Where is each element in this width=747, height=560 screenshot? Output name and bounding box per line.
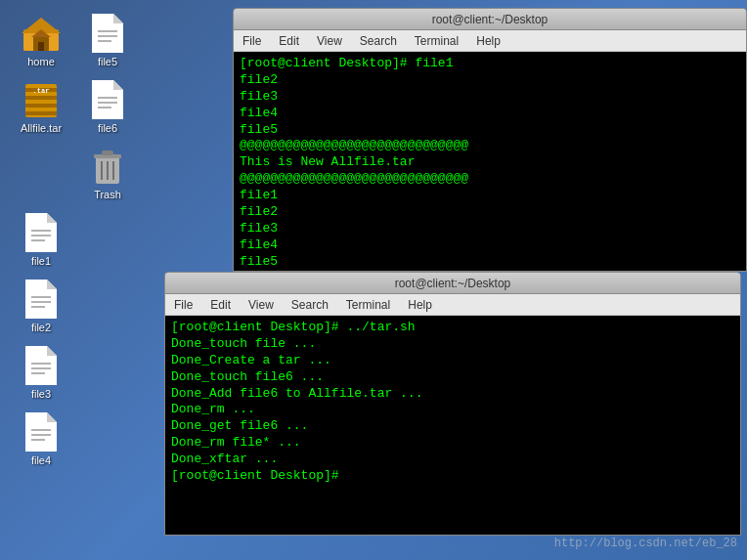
file2-file-icon	[22, 280, 61, 319]
terminal-line: file5	[240, 254, 740, 271]
icon-row-0: home file5	[8, 10, 149, 71]
svg-rect-13	[25, 96, 57, 100]
icon-file3-label: file3	[31, 388, 51, 400]
icon-row-2: Trash	[8, 143, 149, 204]
terminal-1-menu-edit[interactable]: Edit	[275, 32, 303, 50]
terminal-2-titlebar: root@client:~/Desktop	[165, 273, 740, 294]
terminal-line: file3	[240, 89, 740, 106]
terminal-2-menu-terminal[interactable]: Terminal	[342, 296, 394, 314]
svg-marker-18	[113, 80, 123, 90]
icon-file5-label: file5	[98, 56, 117, 67]
terminal-line: [root@client Desktop]# file1	[240, 56, 740, 72]
file6-file-icon	[88, 80, 127, 119]
icon-file5[interactable]: file5	[74, 10, 141, 71]
watermark: http://blog.csdn.net/eb_28	[554, 537, 737, 550]
terminal-1-menubar: File Edit View Search Terminal Help	[234, 30, 746, 52]
terminal-2-body[interactable]: [root@client Desktop]# ../tar.shDone_tou…	[165, 316, 740, 535]
icon-row-1: .tar Allfile.tar file6	[8, 76, 149, 138]
watermark-text: http://blog.csdn.net/eb_28	[554, 537, 737, 550]
terminal-line: Done_get file6 ...	[171, 418, 734, 435]
terminal-line: file1	[240, 188, 740, 204]
terminal-1-title: root@client:~/Desktop	[432, 13, 549, 26]
terminal-line: file2	[240, 204, 740, 221]
terminal-line: [root@client Desktop]# ../tar.sh	[171, 320, 734, 336]
icon-file6-label: file6	[98, 122, 117, 134]
terminal-window-2[interactable]: root@client:~/Desktop File Edit View Sea…	[164, 272, 741, 536]
terminal-1-titlebar: root@client:~/Desktop	[234, 9, 746, 30]
allfile-tar-icon: .tar	[22, 80, 61, 119]
icon-file6[interactable]: file6	[74, 76, 141, 138]
svg-rect-5	[38, 42, 44, 51]
icon-row-6: file4	[8, 409, 149, 470]
terminal-2-title: root@client:~/Desktop	[395, 277, 511, 290]
icon-file4-label: file4	[31, 454, 51, 466]
icon-row-4: file2	[8, 276, 149, 337]
icon-file1-label: file1	[31, 255, 51, 267]
terminal-line: file3	[240, 221, 740, 237]
terminal-1-menu-terminal[interactable]: Terminal	[411, 32, 462, 50]
terminal-line: file2	[240, 72, 740, 89]
icon-home[interactable]: home	[8, 10, 74, 71]
terminal-line: Done_touch file ...	[171, 336, 734, 353]
terminal-2-menu-search[interactable]: Search	[287, 296, 332, 314]
terminal-1-menu-help[interactable]: Help	[472, 32, 505, 50]
icon-file4[interactable]: file4	[8, 409, 74, 470]
terminal-line: Done_rm ...	[171, 402, 734, 418]
terminal-line: Done_Create a tar ...	[171, 353, 734, 369]
icon-file2[interactable]: file2	[8, 276, 74, 337]
icon-trash[interactable]: Trash	[74, 143, 141, 204]
terminal-2-menubar: File Edit View Search Terminal Help	[165, 294, 740, 316]
file3-file-icon	[22, 346, 61, 385]
icon-row-5: file3	[8, 342, 149, 404]
terminal-line: Done_rm file* ...	[171, 435, 734, 452]
icon-home-label: home	[27, 56, 55, 67]
terminal-line: Done_touch file6 ...	[171, 369, 734, 386]
home-folder-icon	[22, 14, 61, 53]
svg-marker-39	[47, 346, 57, 356]
terminal-1-menu-view[interactable]: View	[313, 32, 346, 50]
terminal-line: Done_xftar ...	[171, 452, 734, 468]
icon-file3[interactable]: file3	[8, 342, 74, 404]
terminal-1-menu-file[interactable]: File	[239, 32, 265, 50]
svg-marker-29	[47, 213, 57, 223]
svg-text:.tar: .tar	[33, 87, 50, 95]
file5-file-icon	[88, 14, 127, 53]
terminal-line: @@@@@@@@@@@@@@@@@@@@@@@@@@@@@@	[240, 171, 740, 188]
icon-allfile-tar[interactable]: .tar Allfile.tar	[8, 76, 74, 138]
icon-trash-label: Trash	[94, 189, 121, 200]
terminal-line: file4	[240, 237, 740, 254]
svg-marker-7	[113, 14, 123, 23]
svg-rect-14	[25, 104, 57, 108]
terminal-2-menu-edit[interactable]: Edit	[206, 296, 235, 314]
desktop: home file5	[0, 0, 747, 560]
terminal-line: @@@@@@@@@@@@@@@@@@@@@@@@@@@@@@	[240, 138, 740, 154]
terminal-2-menu-file[interactable]: File	[170, 296, 197, 314]
desktop-icons-area: home file5	[0, 0, 156, 560]
terminal-line: file5	[240, 122, 740, 139]
svg-rect-15	[25, 111, 57, 115]
terminal-2-menu-view[interactable]: View	[244, 296, 278, 314]
svg-marker-34	[47, 280, 57, 289]
terminal-line: [root@client Desktop]#	[171, 468, 734, 485]
icon-file1[interactable]: file1	[8, 209, 74, 271]
terminal-2-menu-help[interactable]: Help	[404, 296, 436, 314]
svg-marker-44	[47, 412, 57, 422]
svg-rect-24	[102, 151, 113, 155]
terminal-window-1[interactable]: root@client:~/Desktop File Edit View Sea…	[233, 8, 747, 272]
trash-icon	[88, 147, 127, 186]
terminal-line: file4	[240, 106, 740, 122]
file4-file-icon	[22, 412, 61, 452]
file1-file-icon	[22, 213, 61, 252]
terminal-1-body[interactable]: [root@client Desktop]# file1file2file3fi…	[234, 52, 746, 271]
icon-row-3: file1	[8, 209, 149, 271]
terminal-line: This is New Allfile.tar	[240, 154, 740, 171]
terminal-1-menu-search[interactable]: Search	[356, 32, 401, 50]
icon-allfile-tar-label: Allfile.tar	[21, 122, 62, 134]
icon-file2-label: file2	[31, 322, 51, 333]
terminal-line: Done_Add file6 to Allfile.tar ...	[171, 386, 734, 403]
